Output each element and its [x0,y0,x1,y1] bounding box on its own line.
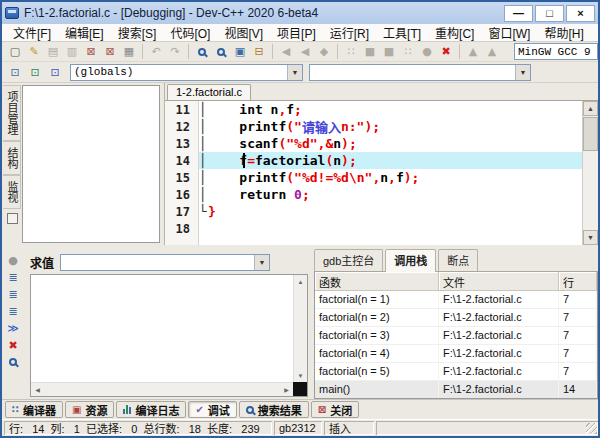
last-position-icon[interactable]: ⊡ [46,64,64,80]
compile-run-icon[interactable]: ■ [380,44,398,60]
scroll-up-icon[interactable]: ▲ [294,275,307,288]
replace-icon[interactable] [212,44,230,60]
menu-item-7[interactable]: 工具[T] [376,24,428,41]
save-all-icon[interactable]: ▥ [63,44,81,60]
callstack-tab-2[interactable]: 断点 [438,249,478,271]
column-header-2[interactable]: 行 [559,272,597,291]
code-line-11[interactable]: 11│ int n,f; [199,101,582,118]
menu-item-6[interactable]: 运行[R] [323,24,376,41]
profile-icon[interactable]: ▲ [464,44,482,60]
editor-vertical-scrollbar[interactable]: ▲ ▼ [582,101,598,245]
shield-icon[interactable]: ◆ [315,44,333,60]
scrollbar-thumb[interactable] [583,117,598,151]
close-file-icon[interactable]: ⊠ [82,44,100,60]
stop-icon[interactable]: ✖ [437,44,455,60]
output-horizontal-scrollbar[interactable]: ◀ ▶ [31,382,293,396]
chevron-down-icon[interactable]: ▼ [515,65,530,80]
code-line-13[interactable]: 13│ scanf("%d",&n); [199,135,582,152]
run-icon[interactable]: ■ [361,44,379,60]
table-row[interactable]: main()F:\1-2.factorial.c14 [315,381,597,399]
bookmark-icon[interactable]: ⊟ [250,44,268,60]
menu-item-2[interactable]: 搜索[S] [111,24,164,41]
profile-del-icon[interactable]: ▲ [483,44,501,60]
table-row[interactable]: factorial(n = 2)F:\1-2.factorial.c7 [315,309,597,327]
breakpoint-icon[interactable]: ● [5,253,21,267]
code-line-17[interactable]: 17└} [199,203,582,220]
close-button[interactable]: × [566,5,595,22]
menu-item-4[interactable]: 视图[V] [217,24,270,41]
compile-icon[interactable]: ∷ [342,44,360,60]
chevron-down-icon[interactable]: ▼ [287,65,302,80]
goto-declaration-icon[interactable]: ⊡ [6,64,24,80]
bottom-tab-5[interactable]: ⊠关闭 [311,401,359,418]
title-bar[interactable]: F:\1-2.factorial.c - [Debugging] - Dev-C… [2,2,598,24]
table-row[interactable]: factorial(n = 4)F:\1-2.factorial.c7 [315,345,597,363]
bottom-tab-1[interactable]: ▣资源 [65,401,114,418]
project-panel[interactable] [22,85,160,243]
code-line-16[interactable]: 16│ return 0; [199,186,582,203]
scroll-left-icon[interactable]: ◀ [31,383,44,396]
save-icon[interactable]: ▤ [44,44,62,60]
menu-item-8[interactable]: 重构[C] [428,24,481,41]
open-file-icon[interactable]: ✎ [25,44,43,60]
forward-icon[interactable]: ◀ [296,44,314,60]
bottom-tab-2[interactable]: 编译日志 [116,401,186,418]
minimize-button[interactable]: — [504,5,533,22]
continue-icon[interactable]: ≫ [5,321,21,335]
next-line-icon[interactable]: ≣ [5,270,21,284]
bottom-tab-0[interactable]: ∷编译器 [5,401,63,418]
resize-grip-icon[interactable] [586,423,597,434]
menu-item-0[interactable]: 文件[F] [6,24,58,41]
find-icon[interactable] [193,44,211,60]
maximize-button[interactable]: □ [535,5,564,22]
bottom-tab-4[interactable]: 搜索结果 [239,401,309,418]
evaluate-output[interactable]: ▲ ▼ ◀ ▶ [30,274,308,397]
code-line-15[interactable]: 15│ printf("%d!=%d\n",n,f); [199,169,582,186]
new-file-icon[interactable]: ▢ [6,44,24,60]
chevron-down-icon[interactable]: ▼ [254,255,269,270]
globals-select[interactable]: (globals) ▼ [70,64,303,81]
print-icon[interactable]: ▦ [120,44,138,60]
bottom-tab-3[interactable]: ✔调试 [188,401,236,418]
symbol-select[interactable]: ▼ [309,64,531,81]
callstack-tab-1[interactable]: 调用栈 [385,249,436,272]
menu-item-5[interactable]: 项目[P] [270,24,323,41]
compiler-select[interactable]: MinGW GCC 9 [514,43,598,60]
table-row[interactable]: factorial(n = 5)F:\1-2.factorial.c7 [315,363,597,381]
code-line-18[interactable]: 18 [199,220,582,237]
back-icon[interactable]: ◀ [277,44,295,60]
column-header-0[interactable]: 函数 [315,272,439,291]
sidebar-tab-0[interactable]: 项目管理 [3,85,21,141]
code-line-14[interactable]: 14│ f=factorial(n); [199,152,582,169]
column-header-1[interactable]: 文件 [439,272,559,291]
menu-item-9[interactable]: 窗口[W] [481,24,537,41]
output-vertical-scrollbar[interactable]: ▲ ▼ [293,275,307,382]
scroll-right-icon[interactable]: ▶ [280,383,293,396]
evaluate-input[interactable]: ▼ [60,254,270,271]
sidebar-tab-2[interactable]: 监视 [3,175,21,209]
callstack-table[interactable]: 函数文件行factorial(n = 1)F:\1-2.factorial.c7… [314,272,598,399]
goto-line-icon[interactable]: ▣ [231,44,249,60]
view-cpu-icon[interactable] [5,355,21,369]
menu-item-3[interactable]: 代码[O] [163,24,217,41]
step-over-icon[interactable]: ≣ [5,304,21,318]
step-into-icon[interactable]: ≣ [5,287,21,301]
editor-tab-file[interactable]: 1-2.factorial.c [167,84,251,100]
panel-toggle-icon[interactable] [7,213,18,224]
menu-item-10[interactable]: 帮助[H] [537,24,590,41]
scroll-down-icon[interactable]: ▼ [583,230,598,245]
table-row[interactable]: factorial(n = 1)F:\1-2.factorial.c7 [315,291,597,309]
debug-icon[interactable]: ● [418,44,436,60]
redo-icon[interactable]: ↷ [166,44,184,60]
menu-item-1[interactable]: 编辑[E] [58,24,111,41]
scroll-down-icon[interactable]: ▼ [294,369,307,382]
sidebar-tab-1[interactable]: 结构 [3,141,21,175]
callstack-tab-0[interactable]: gdb主控台 [314,249,383,271]
table-row[interactable]: factorial(n = 3)F:\1-2.factorial.c7 [315,327,597,345]
code-line-12[interactable]: 12│ printf("请输入n:"); [199,118,582,135]
close-all-icon[interactable]: ⊠ [101,44,119,60]
goto-implementation-icon[interactable]: ⊡ [26,64,44,80]
editor-body[interactable]: 11│ int n,f;12│ printf("请输入n:");13│ scan… [165,101,598,245]
stop-execution-icon[interactable]: ✖ [5,338,21,352]
rebuild-icon[interactable]: ∷ [399,44,417,60]
